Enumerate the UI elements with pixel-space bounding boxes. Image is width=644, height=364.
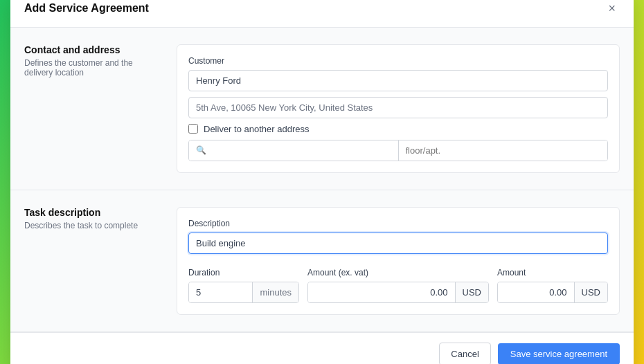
task-section: Task description Describes the task to c… [10,190,634,332]
modal-header: Add Service Agreement × [10,0,634,28]
duration-unit: minutes [252,282,298,302]
cancel-button[interactable]: Cancel [439,343,490,365]
modal-title: Add Service Agreement [24,2,149,15]
amount-input[interactable] [498,282,574,302]
search-floor-row: 🔍 [188,140,608,161]
amount-ex-label: Amount (ex. vat) [307,268,489,277]
customer-input[interactable] [188,70,608,91]
amount-ex-input-wrapper: USD [307,282,489,303]
modal: Add Service Agreement × Contact and addr… [10,0,634,364]
description-input[interactable] [188,233,608,254]
address-input[interactable] [188,97,608,118]
duration-label: Duration [188,268,299,277]
deliver-checkbox-label[interactable]: Deliver to another address [204,124,309,134]
deliver-checkbox-row: Deliver to another address [188,124,608,134]
search-icon: 🔍 [196,145,206,155]
task-section-desc: Describes the task to complete [24,221,163,230]
contact-section: Contact and address Defines the customer… [10,28,634,190]
close-button[interactable]: × [604,1,620,16]
amount-ex-input[interactable] [308,282,455,302]
amount-ex-field-group: Amount (ex. vat) USD [307,268,489,303]
duration-input-wrapper: minutes [188,282,299,303]
modal-body: Contact and address Defines the customer… [10,28,634,332]
amount-label: Amount [497,268,608,277]
contact-section-content: Customer Deliver to another address 🔍 [177,44,620,173]
save-button[interactable]: Save service agreement [498,343,620,365]
contact-section-info: Contact and address Defines the customer… [24,44,177,173]
modal-footer: Cancel Save service agreement [10,332,634,365]
amount-input-wrapper: USD [497,282,608,303]
task-section-info: Task description Describes the task to c… [24,207,177,315]
description-label: Description [188,219,608,228]
duration-field-group: Duration minutes [188,268,299,303]
customer-label: Customer [188,56,608,66]
floor-input[interactable] [399,140,608,161]
duration-amount-row: Duration minutes Amount (ex. vat) USD [188,268,608,303]
task-section-content: Description Duration minutes Amount (ex.… [177,207,620,315]
address-search-field[interactable]: 🔍 [189,140,399,161]
amount-ex-currency: USD [455,282,488,302]
contact-section-desc: Defines the customer and the delivery lo… [24,58,163,78]
deliver-checkbox[interactable] [188,124,198,134]
contact-section-title: Contact and address [24,44,163,55]
amount-currency: USD [574,282,607,302]
task-section-title: Task description [24,207,163,218]
amount-field-group: Amount USD [497,268,608,303]
duration-input[interactable] [189,282,252,302]
